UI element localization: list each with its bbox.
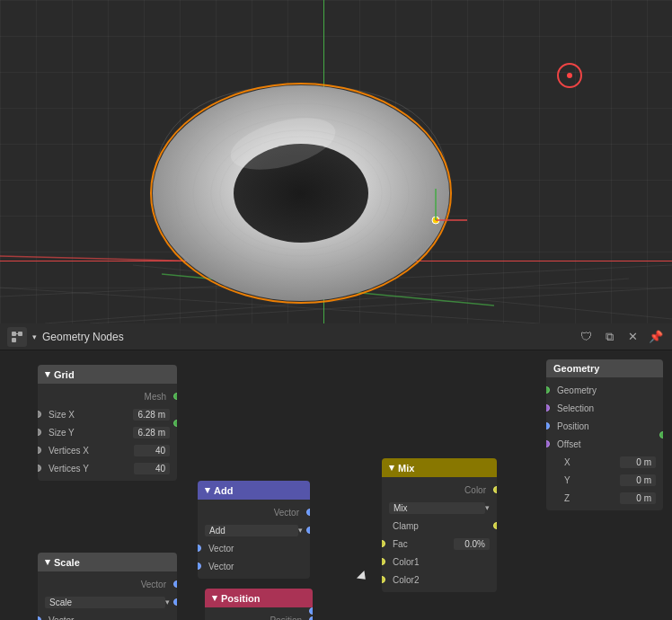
chevron-icon-scale: ▾: [45, 556, 50, 568]
output-node-body: Geometry Selection Position Offset X 0 m: [546, 377, 663, 510]
mix-color1-row: Color1: [382, 553, 497, 571]
node-canvas[interactable]: ▾ Grid Mesh Size X 6.28 m Size Y 6.28 m: [0, 350, 672, 620]
output-z-value[interactable]: 0 m: [620, 492, 656, 504]
grid-sizex-label: Size X: [45, 410, 133, 420]
output-x-value[interactable]: 0 m: [620, 456, 656, 468]
add-vector1-socket[interactable]: [198, 545, 201, 552]
scale-dropdown[interactable]: Scale: [45, 597, 165, 608]
pin-button[interactable]: 📌: [647, 328, 665, 346]
scale-dropdown-row: Scale ▾: [38, 593, 177, 611]
scale-vector-socket[interactable]: [38, 616, 41, 620]
grid-mesh-out[interactable]: [173, 393, 177, 400]
grid-vertexx-label: Vertices X: [45, 446, 134, 456]
mix-type-row: Mix ▾: [382, 499, 497, 517]
node-editor-panel: ▾ Geometry Nodes 🛡 ⧉ ✕ 📌 ▾ Grid: [0, 323, 672, 620]
add-vector-out-label: Vector: [205, 508, 303, 518]
add-node-body: Vector Add ▾ Vector Vector: [198, 500, 310, 579]
output-offset-y-row: Y 0 m: [546, 471, 663, 489]
mix-clamp-row: Clamp: [382, 517, 497, 535]
output-offset-socket[interactable]: [546, 440, 550, 447]
node-editor-icon: [11, 331, 23, 343]
output-offset-label-row: Offset: [546, 435, 663, 453]
add-node-header: ▾ Add: [198, 481, 310, 500]
grid-sizey-label: Size Y: [45, 428, 133, 438]
gizmo-dot: [567, 73, 572, 78]
scale-vector-out[interactable]: [173, 580, 177, 588]
grid-vertexy-socket[interactable]: [38, 465, 41, 472]
output-position-socket[interactable]: [546, 422, 550, 430]
output-geometry-label: Geometry: [553, 385, 656, 395]
scale-vector-row: Vector: [38, 611, 177, 620]
grid-node: ▾ Grid Mesh Size X 6.28 m Size Y 6.28 m: [38, 365, 177, 481]
scale-node-title: Scale: [54, 557, 80, 568]
position-node-body: Position: [205, 607, 313, 620]
mix-color-out[interactable]: [493, 486, 497, 493]
mix-fac-value[interactable]: 0.0%: [454, 538, 490, 550]
add-vector2-socket[interactable]: [198, 562, 201, 570]
add-chevron: ▾: [298, 526, 303, 535]
chevron-down-icon: ▾: [32, 332, 37, 341]
mix-type[interactable]: Mix: [389, 502, 485, 514]
output-selection-socket[interactable]: [546, 404, 550, 412]
scale-vector-label: Vector: [45, 616, 170, 621]
mix-node-body: Color Mix ▾ Clamp Fac 0.0% Color1: [382, 477, 497, 592]
grid-vertexy-row: Vertices Y 40: [38, 459, 177, 477]
output-offset-label: Offset: [553, 439, 656, 449]
output-position-row: Position: [546, 417, 663, 435]
mix-color1-socket[interactable]: [382, 558, 385, 565]
viewport-3d[interactable]: [0, 0, 672, 323]
output-node-header: Geometry: [546, 359, 663, 377]
output-offset-z-row: Z 0 m: [546, 489, 663, 507]
viewport-gizmo[interactable]: [557, 63, 582, 88]
chevron-icon-grid: ▾: [45, 368, 50, 380]
editor-type-button[interactable]: [7, 327, 27, 347]
grid-sizey-socket[interactable]: [38, 429, 41, 436]
output-node-title: Geometry: [553, 363, 599, 374]
add-vector2-label: Vector: [205, 562, 303, 571]
output-y-value[interactable]: 0 m: [620, 474, 656, 486]
output-position-label: Position: [553, 421, 656, 431]
output-node: Geometry Geometry Selection Position: [546, 359, 663, 510]
mix-fac-socket[interactable]: [382, 540, 385, 547]
add-vector-out[interactable]: [306, 509, 310, 516]
shield-button[interactable]: 🛡: [577, 328, 595, 346]
torus-svg: [126, 54, 476, 306]
output-x-label: X: [553, 457, 620, 467]
mix-node-title: Mix: [398, 463, 414, 474]
copy-button[interactable]: ⧉: [600, 328, 618, 346]
grid-sizey-row: Size Y 6.28 m: [38, 423, 177, 441]
grid-vertexx-value[interactable]: 40: [134, 445, 170, 456]
mix-type-chevron: ▾: [485, 503, 490, 512]
scale-chevron: ▾: [165, 598, 170, 607]
grid-sizey-value[interactable]: 6.28 m: [133, 427, 170, 438]
output-selection-label: Selection: [553, 403, 656, 413]
position-out-socket[interactable]: [309, 616, 313, 620]
scale-node-body: Vector Scale ▾ Vector ◇ Scale 0.550: [38, 571, 177, 620]
grid-vertexx-socket[interactable]: [38, 447, 41, 454]
add-dropdown[interactable]: Add: [205, 525, 298, 536]
mix-color-out-row: Color: [382, 481, 497, 499]
scale-node-header: ▾ Scale: [38, 553, 177, 571]
mix-color1-label: Color1: [389, 557, 490, 567]
add-vector-out-row: Vector: [198, 503, 310, 521]
output-geometry-socket[interactable]: [546, 386, 550, 394]
grid-sizex-socket[interactable]: [38, 411, 41, 418]
grid-mesh-label: Mesh: [45, 392, 170, 402]
grid-node-body: Mesh Size X 6.28 m Size Y 6.28 m Vertice…: [38, 384, 177, 481]
grid-vertexy-value[interactable]: 40: [134, 463, 170, 474]
add-vector1-label: Vector: [205, 544, 303, 554]
add-node-title: Add: [214, 485, 233, 496]
close-button[interactable]: ✕: [623, 328, 641, 346]
output-selection-row: Selection: [546, 399, 663, 417]
mix-color2-socket[interactable]: [382, 576, 385, 583]
mix-node: ▾ Mix Color Mix ▾ Clamp Fac: [382, 458, 497, 592]
grid-vertexy-label: Vertices Y: [45, 464, 134, 474]
output-z-label: Z: [553, 493, 620, 503]
position-node: ▾ Position Position: [205, 589, 313, 620]
add-dropdown-row: Add ▾: [198, 521, 310, 539]
grid-vertexx-row: Vertices X 40: [38, 441, 177, 459]
add-vector2-row: Vector: [198, 557, 310, 575]
grid-sizex-value[interactable]: 6.28 m: [133, 409, 170, 421]
output-offset-x-row: X 0 m: [546, 453, 663, 471]
grid-sizex-row: Size X 6.28 m: [38, 405, 177, 423]
